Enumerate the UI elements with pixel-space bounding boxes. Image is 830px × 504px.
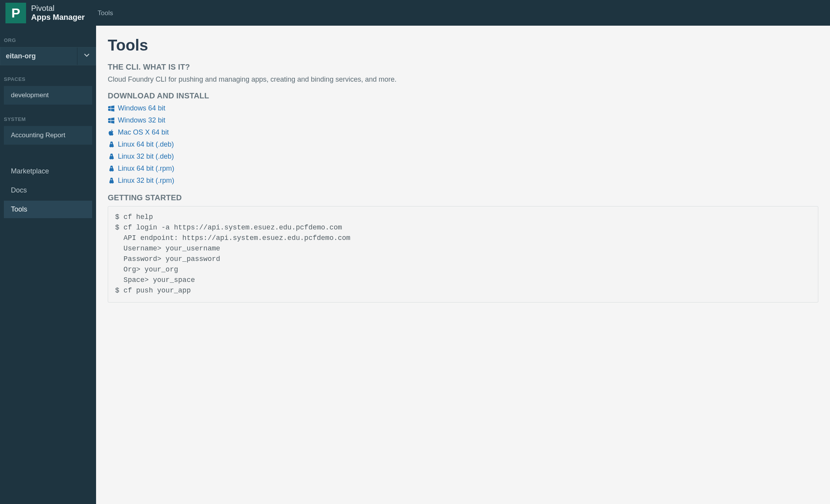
org-dropdown-toggle[interactable] <box>77 47 96 65</box>
apple-icon <box>108 129 115 136</box>
linux-icon <box>108 165 115 172</box>
download-label: Linux 64 bit (.deb) <box>118 140 174 149</box>
sidebar-system-item-name: Accounting Report <box>11 131 65 139</box>
getting-started-code[interactable]: $ cf help $ cf login -a https://api.syst… <box>108 206 818 303</box>
windows-icon <box>108 117 115 124</box>
brand-text: Pivotal Apps Manager <box>31 4 85 22</box>
download-linux-32-deb[interactable]: Linux 32 bit (.deb) <box>108 152 818 161</box>
brand-logo-letter: P <box>11 5 20 21</box>
download-label: Windows 64 bit <box>118 104 165 112</box>
sidebar-nav-docs[interactable]: Docs <box>4 182 92 199</box>
breadcrumb[interactable]: Tools <box>96 9 113 17</box>
download-linux-64-deb[interactable]: Linux 64 bit (.deb) <box>108 140 818 149</box>
download-section-header: DOWNLOAD AND INSTALL <box>108 91 818 100</box>
main-content: Tools THE CLI. WHAT IS IT? Cloud Foundry… <box>96 26 830 504</box>
sidebar-spaces-label: SPACES <box>0 76 96 86</box>
brand-line2: Apps Manager <box>31 13 85 22</box>
download-linux-32-rpm[interactable]: Linux 32 bit (.rpm) <box>108 177 818 185</box>
sidebar-nav-marketplace[interactable]: Marketplace <box>4 163 92 180</box>
page-title: Tools <box>108 37 818 54</box>
org-selector[interactable]: eitan-org <box>0 47 96 65</box>
cli-section-header: THE CLI. WHAT IS IT? <box>108 63 818 72</box>
download-windows-64[interactable]: Windows 64 bit <box>108 104 818 112</box>
sidebar-nav-label: Marketplace <box>11 167 49 175</box>
cli-section-desc: Cloud Foundry CLI for pushing and managi… <box>108 75 818 84</box>
download-label: Linux 64 bit (.rpm) <box>118 164 174 173</box>
sidebar-nav: Marketplace Docs Tools <box>0 163 96 220</box>
sidebar-nav-label: Tools <box>11 205 27 213</box>
linux-icon <box>108 177 115 184</box>
download-label: Windows 32 bit <box>118 116 165 124</box>
download-label: Linux 32 bit (.rpm) <box>118 177 174 185</box>
org-name: eitan-org <box>0 47 77 65</box>
download-linux-64-rpm[interactable]: Linux 64 bit (.rpm) <box>108 164 818 173</box>
download-label: Linux 32 bit (.deb) <box>118 152 174 161</box>
download-list: Windows 64 bit Windows 32 bit Mac OS X 6… <box>108 104 818 185</box>
brand[interactable]: P Pivotal Apps Manager <box>0 0 96 26</box>
sidebar-org-label: ORG <box>0 37 96 47</box>
sidebar: ORG eitan-org SPACES development SYSTEM … <box>0 26 96 504</box>
sidebar-nav-tools[interactable]: Tools <box>4 201 92 218</box>
chevron-down-icon <box>84 52 90 60</box>
sidebar-nav-label: Docs <box>11 186 27 194</box>
linux-icon <box>108 141 115 148</box>
app-header: P Pivotal Apps Manager Tools <box>0 0 830 26</box>
sidebar-system-label: SYSTEM <box>0 116 96 126</box>
windows-icon <box>108 105 115 112</box>
sidebar-system-item[interactable]: Accounting Report <box>4 126 92 145</box>
sidebar-space-name: development <box>11 91 49 99</box>
brand-logo: P <box>5 3 26 23</box>
download-macos-64[interactable]: Mac OS X 64 bit <box>108 128 818 136</box>
sidebar-space-item[interactable]: development <box>4 86 92 105</box>
getting-started-header: GETTING STARTED <box>108 193 818 202</box>
download-label: Mac OS X 64 bit <box>118 128 169 136</box>
brand-line1: Pivotal <box>31 4 85 13</box>
download-windows-32[interactable]: Windows 32 bit <box>108 116 818 124</box>
linux-icon <box>108 153 115 160</box>
